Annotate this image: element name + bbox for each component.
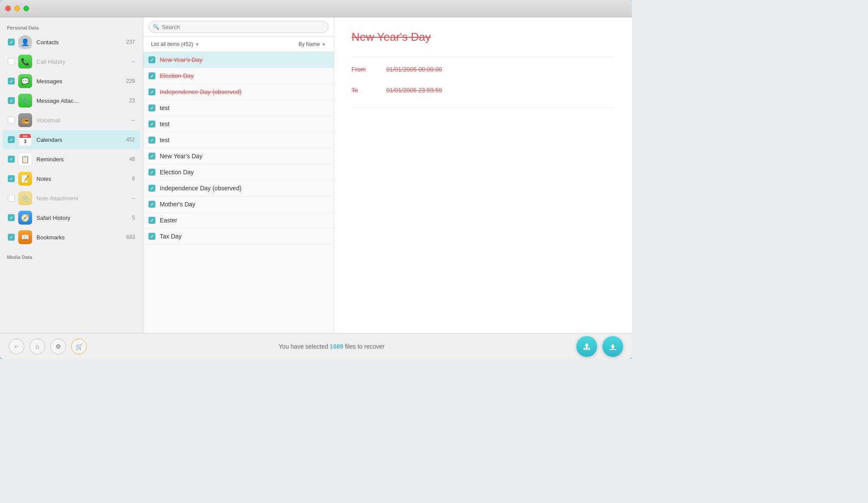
sidebar-item-safari-history[interactable]: 🧭 Safari History 5	[3, 208, 140, 227]
svg-rect-2	[583, 348, 590, 349]
settings-button[interactable]: ⚙	[50, 339, 66, 354]
sidebar-item-calendars[interactable]: SUN 3 Calendars 452	[3, 130, 140, 149]
item-checkbox-4[interactable]	[148, 105, 155, 111]
item-checkbox-8[interactable]	[148, 169, 155, 176]
sidebar-item-voicemail[interactable]: 📻 Voicemail --	[3, 111, 140, 130]
item-label-10: Mother's Day	[160, 201, 195, 208]
sidebar-item-notes[interactable]: 📝 Notes 6	[3, 169, 140, 188]
sidebar-item-bookmarks[interactable]: 📖 Bookmarks 683	[3, 228, 140, 247]
list-all-button[interactable]: List all items (452) ▼	[148, 40, 202, 48]
item-label-2: Election Day	[160, 72, 194, 79]
reminders-checkbox[interactable]	[8, 156, 15, 163]
minimize-button[interactable]: −	[14, 6, 20, 11]
bookmarks-label: Bookmarks	[36, 234, 125, 241]
export-icon	[582, 342, 592, 351]
back-button[interactable]: ←	[9, 339, 24, 354]
sidebar-item-messages[interactable]: 💬 Messages 229	[3, 72, 140, 91]
item-checkbox-5[interactable]	[148, 121, 155, 127]
cal-body: 3	[20, 138, 31, 145]
item-label-1: New Year's Day	[160, 56, 202, 63]
detail-to-label: To	[352, 87, 378, 94]
by-name-chevron: ▼	[322, 42, 326, 47]
safari-label: Safari History	[36, 215, 130, 221]
list-item[interactable]: Tax Day	[143, 229, 334, 245]
notes-label: Notes	[36, 176, 130, 182]
contacts-checkbox[interactable]	[8, 39, 15, 46]
voicemail-label: Voicemail	[36, 117, 130, 124]
reminders-icon: 📋	[18, 152, 32, 166]
item-label-9: Independence Day (observed)	[160, 185, 241, 192]
item-checkbox-3[interactable]	[148, 88, 155, 95]
note-attach-checkbox[interactable]	[8, 195, 15, 202]
calendars-checkbox[interactable]	[8, 136, 15, 143]
item-checkbox-9[interactable]	[148, 185, 155, 192]
detail-to-row: To 01/01/2005 23:59:59	[352, 87, 615, 101]
bottom-bar: ← ⌂ ⚙ 🛒 You have selected 1689 files to …	[0, 333, 632, 359]
list-all-label: List all items (452)	[151, 41, 193, 47]
message-attach-checkbox[interactable]	[8, 97, 15, 104]
bottom-nav: ← ⌂ ⚙ 🛒	[9, 339, 87, 354]
reminders-count: 48	[129, 156, 135, 162]
cal-header-text: SUN	[23, 135, 28, 137]
call-history-icon: 📞	[18, 55, 32, 69]
action-buttons	[576, 336, 623, 357]
call-history-label: Call History	[36, 59, 130, 65]
cart-button[interactable]: 🛒	[71, 339, 87, 354]
sidebar-item-message-attach[interactable]: 📎 Message Attac… 23	[3, 91, 140, 110]
call-history-checkbox[interactable]	[8, 58, 15, 65]
download-button[interactable]	[602, 336, 623, 357]
close-button[interactable]: ×	[5, 6, 11, 11]
sidebar-item-contacts[interactable]: 👤 Contacts 237	[3, 33, 140, 52]
list-item[interactable]: test	[143, 132, 334, 148]
item-checkbox-12[interactable]	[148, 233, 155, 240]
calendars-icon: SUN 3	[18, 133, 32, 147]
item-label-11: Easter	[160, 217, 177, 224]
personal-data-label: Personal Data	[0, 22, 143, 32]
item-checkbox-6[interactable]	[148, 137, 155, 144]
safari-checkbox[interactable]	[8, 214, 15, 221]
list-item[interactable]: Mother's Day	[143, 196, 334, 212]
messages-icon: 💬	[18, 74, 32, 88]
sidebar-item-reminders[interactable]: 📋 Reminders 48	[3, 150, 140, 169]
item-checkbox-7[interactable]	[148, 153, 155, 160]
list-item[interactable]: New Year's Day	[143, 148, 334, 164]
list-item[interactable]: Easter	[143, 212, 334, 229]
item-checkbox-1[interactable]	[148, 56, 155, 63]
media-data-label: Media Data	[0, 251, 143, 261]
bookmarks-checkbox[interactable]	[8, 234, 15, 241]
notes-checkbox[interactable]	[8, 175, 15, 182]
list-item[interactable]: Election Day	[143, 164, 334, 180]
item-checkbox-2[interactable]	[148, 72, 155, 79]
list-item[interactable]: New Year's Day	[143, 52, 334, 68]
item-label-7: New Year's Day	[160, 153, 202, 160]
home-icon: ⌂	[36, 343, 39, 350]
home-button[interactable]: ⌂	[30, 339, 45, 354]
contacts-icon: 👤	[18, 35, 32, 49]
cal-header: SUN	[20, 134, 31, 138]
sidebar-item-note-attachment[interactable]: 📎 Note Attachment --	[3, 189, 140, 208]
maximize-button[interactable]: +	[23, 6, 29, 11]
detail-to-value: 01/01/2005 23:59:59	[386, 87, 442, 94]
item-checkbox-10[interactable]	[148, 201, 155, 208]
safari-count: 5	[132, 215, 135, 221]
list-item[interactable]: Election Day	[143, 68, 334, 84]
list-item[interactable]: Independence Day (observed)	[143, 84, 334, 100]
messages-checkbox[interactable]	[8, 78, 15, 85]
voicemail-checkbox[interactable]	[8, 117, 15, 124]
list-item[interactable]: Independence Day (observed)	[143, 180, 334, 196]
note-attach-count: --	[132, 195, 135, 201]
contacts-count: 237	[126, 39, 135, 45]
item-checkbox-11[interactable]	[148, 217, 155, 224]
by-name-button[interactable]: By Name ▼	[296, 40, 329, 48]
export-button[interactable]	[576, 336, 597, 357]
reminders-label: Reminders	[36, 156, 128, 163]
message-attach-label: Message Attac…	[36, 98, 128, 104]
detail-separator-2	[352, 108, 615, 108]
list-item[interactable]: test	[143, 100, 334, 116]
settings-icon: ⚙	[56, 343, 61, 350]
detail-panel: New Year's Day From 01/01/2005 00:00:00 …	[334, 17, 632, 333]
calendar-icon-inner: SUN 3	[19, 134, 31, 146]
search-input[interactable]	[148, 21, 329, 33]
list-item[interactable]: test	[143, 116, 334, 132]
sidebar-item-call-history[interactable]: 📞 Call History --	[3, 52, 140, 71]
